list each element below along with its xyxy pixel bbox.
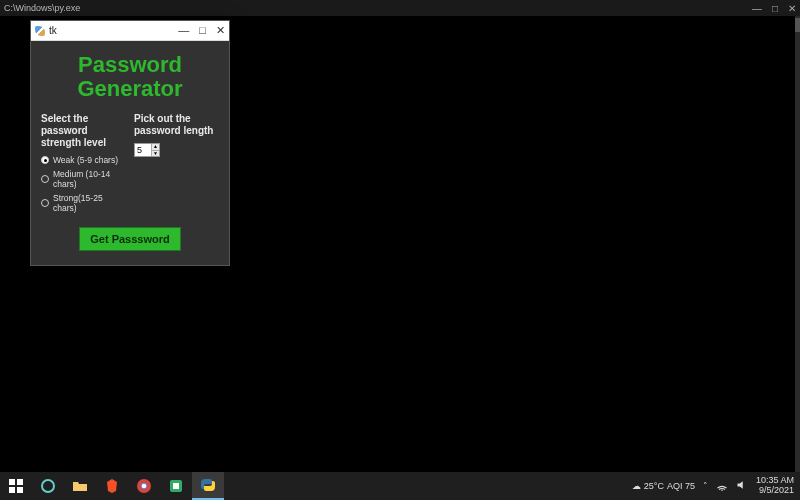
folder-icon <box>72 478 88 494</box>
cortana-icon <box>40 478 56 494</box>
taskbar-brave[interactable] <box>96 472 128 500</box>
tray-weather[interactable]: ☁ 25°C AQI 75 <box>632 481 695 491</box>
tk-minimize-icon[interactable]: — <box>178 24 189 37</box>
cloud-icon: ☁ <box>632 481 641 491</box>
chrome-icon <box>136 478 152 494</box>
brave-icon <box>104 478 120 494</box>
svg-point-7 <box>142 484 147 489</box>
tray-volume-icon[interactable] <box>736 479 748 493</box>
get-password-button[interactable]: Get Passsword <box>79 227 180 251</box>
windows-icon <box>8 478 24 494</box>
tk-title: tk <box>49 25 57 36</box>
tk-window: tk — □ ✕ Password Generator Select the p… <box>30 20 230 266</box>
tk-feather-icon <box>35 26 45 36</box>
tk-titlebar[interactable]: tk — □ ✕ <box>31 21 229 41</box>
length-spinbox[interactable]: 5 ▲ ▼ <box>134 143 160 157</box>
console-scrollbar[interactable] <box>795 16 800 472</box>
tray-clock[interactable]: 10:35 AM 9/5/2021 <box>756 476 794 496</box>
console-maximize-icon[interactable]: □ <box>772 3 778 14</box>
spin-down-icon[interactable]: ▼ <box>152 151 159 157</box>
svg-rect-9 <box>173 483 179 489</box>
console-body: tk — □ ✕ Password Generator Select the p… <box>0 16 795 472</box>
radio-dot-icon <box>41 175 49 183</box>
tk-close-icon[interactable]: ✕ <box>216 24 225 37</box>
radio-dot-icon <box>41 199 49 207</box>
app-title: Password Generator <box>41 53 219 101</box>
taskbar-app-2[interactable] <box>160 472 192 500</box>
python-icon <box>200 477 216 493</box>
radio-weak[interactable]: Weak (5-9 chars) <box>41 155 126 165</box>
console-title: C:\Windows\py.exe <box>4 3 80 13</box>
length-label: Pick out the password length <box>134 113 219 137</box>
strength-label: Select the password strength level <box>41 113 126 149</box>
radio-dot-icon <box>41 156 49 164</box>
tk-maximize-icon[interactable]: □ <box>199 24 206 37</box>
svg-point-4 <box>42 480 54 492</box>
length-value: 5 <box>135 144 151 156</box>
taskbar-chrome[interactable] <box>128 472 160 500</box>
start-button[interactable] <box>0 472 32 500</box>
taskbar-explorer[interactable] <box>64 472 96 500</box>
tray-chevron-icon[interactable]: ˄ <box>703 481 708 491</box>
tray-network-icon[interactable] <box>716 479 728 493</box>
app-icon <box>168 478 184 494</box>
svg-point-10 <box>721 490 723 492</box>
svg-rect-0 <box>9 479 15 485</box>
svg-rect-2 <box>9 487 15 493</box>
svg-rect-3 <box>17 487 23 493</box>
taskbar-app-1[interactable] <box>32 472 64 500</box>
radio-strong[interactable]: Strong(15-25 chars) <box>41 193 126 213</box>
taskbar-python[interactable] <box>192 472 224 500</box>
taskbar: ☁ 25°C AQI 75 ˄ 10:35 AM 9/5/2021 <box>0 472 800 500</box>
console-minimize-icon[interactable]: — <box>752 3 762 14</box>
radio-medium[interactable]: Medium (10-14 chars) <box>41 169 126 189</box>
console-close-icon[interactable]: ✕ <box>788 3 796 14</box>
strength-options: Weak (5-9 chars) Medium (10-14 chars) St… <box>41 155 126 213</box>
scrollbar-thumb[interactable] <box>795 18 800 32</box>
svg-rect-1 <box>17 479 23 485</box>
console-titlebar: C:\Windows\py.exe — □ ✕ <box>0 0 800 16</box>
